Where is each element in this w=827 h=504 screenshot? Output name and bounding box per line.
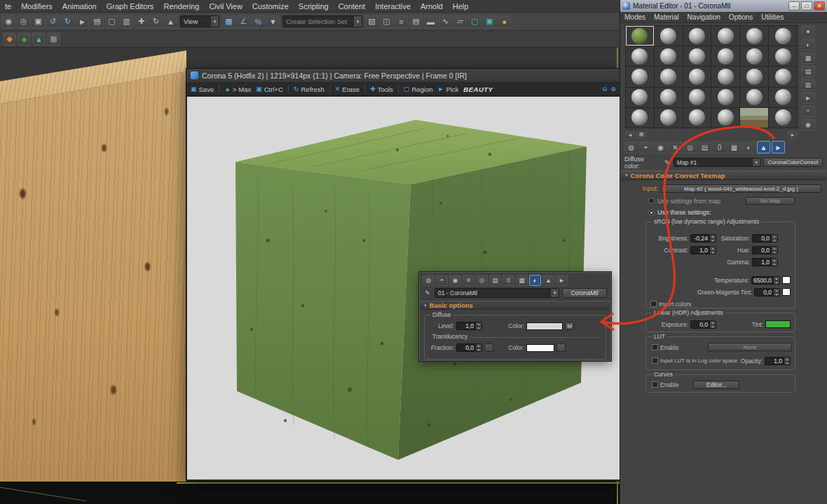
angle-snap-icon[interactable]: ∠	[237, 15, 250, 28]
go-to-parent-icon[interactable]: ▲	[542, 275, 554, 286]
sample-slot-27[interactable]	[683, 108, 711, 128]
window-crossing-icon[interactable]: ▥	[120, 15, 133, 28]
spinner-snap-icon[interactable]: ▼	[266, 15, 280, 28]
menu-material[interactable]: Material	[650, 12, 683, 22]
minimize-button[interactable]: –	[788, 1, 800, 11]
backlight-icon[interactable]: ◐	[801, 39, 815, 50]
grid-icon[interactable]: ▦	[47, 32, 60, 46]
civil-view-icon[interactable]: ▲	[32, 32, 46, 46]
sample-type-sphere-icon[interactable]: ●	[801, 25, 815, 37]
foliage-icon[interactable]: ♣	[18, 32, 31, 46]
sample-slot-25[interactable]	[626, 108, 654, 128]
percent-snap-icon[interactable]: %	[252, 15, 265, 28]
menu-te[interactable]: te	[0, 0, 16, 12]
background-checker-icon[interactable]: ▦	[801, 52, 815, 64]
show-end-result-icon[interactable]: ◐	[529, 275, 541, 286]
mirror-icon[interactable]: ◫	[380, 15, 393, 28]
make-material-copy-icon[interactable]: ◎	[476, 275, 488, 286]
sample-slot-15[interactable]	[683, 67, 711, 86]
translucency-map-button[interactable]	[556, 343, 566, 352]
put-to-library-icon[interactable]: ▤	[489, 275, 501, 286]
invert-colors-checkbox[interactable]	[650, 301, 657, 307]
eyedropper-icon[interactable]: ✎	[663, 159, 671, 166]
diffuse-color-swatch[interactable]	[526, 322, 563, 330]
curves-enable-checkbox[interactable]	[652, 381, 658, 388]
get-material-icon[interactable]: ◍	[423, 275, 435, 286]
menu-scripting[interactable]: Scripting	[294, 0, 334, 12]
sample-slot-1[interactable]	[626, 26, 654, 46]
green-magenta-swatch[interactable]	[782, 288, 791, 296]
sample-slot-7[interactable]	[626, 46, 654, 66]
make-material-copy-icon[interactable]: ◎	[683, 141, 697, 154]
menu-utilities[interactable]: Utilities	[757, 12, 788, 22]
curve-editor-icon[interactable]: ∿	[439, 15, 452, 28]
material-id-channel-icon[interactable]: 0	[713, 141, 726, 154]
green-magenta-spinner[interactable]: 0,0▴▾	[754, 288, 780, 297]
menu-civil-view[interactable]: Civil View	[204, 0, 247, 12]
rectangular-selection-region-icon[interactable]: ▢	[105, 15, 118, 28]
select-by-material-icon[interactable]: ◉	[801, 118, 815, 130]
menu-graph-editors[interactable]: Graph Editors	[102, 0, 159, 12]
material-name-combo[interactable]: 01 - CoronaMtl ▾	[435, 288, 559, 298]
hue-spinner[interactable]: 0,0▴▾	[752, 246, 778, 254]
get-material-icon[interactable]: ◍	[624, 141, 638, 154]
sample-slot-26[interactable]	[655, 108, 683, 128]
rollout-corona-color-correct[interactable]: ▾ Corona Color Correct Texmap	[621, 170, 826, 180]
no-map-button[interactable]: No Map	[746, 197, 795, 205]
vfb-pick-button[interactable]: ►Pick	[437, 86, 458, 93]
vfb-tools-button[interactable]: ✚Tools	[370, 86, 393, 93]
menu-rendering[interactable]: Rendering	[159, 0, 205, 12]
sample-slot-17[interactable]	[740, 67, 768, 86]
sample-slot-4[interactable]	[711, 26, 739, 46]
sample-slot-10[interactable]	[711, 46, 739, 66]
brightness-spinner[interactable]: -0,24▴▾	[690, 234, 716, 243]
sample-slot-12[interactable]	[769, 46, 797, 66]
material-editor-options-icon[interactable]: *	[801, 105, 815, 117]
menu-modifiers[interactable]: Modifiers	[16, 0, 57, 12]
vfb-erase-button[interactable]: ✕Erase	[335, 86, 360, 93]
select-object-icon[interactable]: ►	[76, 15, 89, 28]
toggle-ribbon-icon[interactable]: ▬	[424, 15, 437, 28]
exposure-spinner[interactable]: 0,0▴▾	[690, 320, 716, 329]
diffuse-map-button[interactable]: M	[565, 322, 574, 330]
translucency-color-swatch[interactable]	[526, 344, 554, 352]
layer-explorer-icon[interactable]: ▤	[409, 15, 423, 28]
put-material-to-scene-icon[interactable]: ◓	[436, 275, 448, 286]
diffuse-map-combo[interactable]: Map #1 ▾	[674, 158, 761, 167]
close-button[interactable]: ✕	[814, 1, 825, 11]
rename-material-icon[interactable]: ✎	[423, 290, 432, 297]
unlink-selection-icon[interactable]: ◎	[17, 15, 30, 28]
render-production-icon[interactable]: ●	[498, 15, 511, 28]
fraction-map-button[interactable]	[484, 343, 493, 352]
saturation-spinner[interactable]: 0,0▴▾	[752, 234, 778, 243]
menu-animation[interactable]: Animation	[57, 0, 102, 12]
temperature-spinner[interactable]: 6500,0▴▾	[751, 276, 780, 285]
go-to-parent-icon[interactable]: ▲	[757, 141, 770, 154]
lut-enable-checkbox[interactable]	[652, 344, 658, 350]
sample-slot-22[interactable]	[711, 88, 739, 107]
slot-scroll-right-icon[interactable]: ►	[788, 131, 798, 139]
select-and-link-icon[interactable]: ◉	[2, 15, 15, 28]
reset-map-icon[interactable]: ✕	[669, 141, 682, 154]
sample-slot-11[interactable]	[740, 46, 768, 66]
vfb-beauty-button[interactable]: BEAUTY	[463, 86, 493, 93]
go-forward-to-sibling-icon[interactable]: ►	[556, 275, 568, 286]
sample-slot-5[interactable]	[740, 26, 768, 46]
material-type-button[interactable]: CoronaMtl	[562, 288, 607, 298]
rendered-frame-window-icon[interactable]: ▣	[483, 15, 496, 28]
sample-slot-24[interactable]	[769, 88, 797, 107]
reference-coordinate-combo[interactable]: View ▾	[180, 15, 219, 27]
vfb-zoom-in-button[interactable]: ⊕	[610, 86, 616, 93]
sample-slot-18[interactable]	[769, 67, 797, 86]
go-forward-to-sibling-icon[interactable]: ►	[772, 141, 785, 154]
selection-set-field[interactable]: Create Selection Set ▾	[282, 15, 362, 27]
state-sets-icon[interactable]: ◆	[3, 32, 16, 46]
vfb-send-to-max-button[interactable]: ▲> Max	[224, 86, 251, 93]
edit-named-selections-icon[interactable]: ▧	[365, 15, 378, 28]
menu-modes[interactable]: Modes	[620, 12, 650, 22]
material-id-channel-icon[interactable]: 0	[503, 275, 514, 286]
menu-arnold[interactable]: Arnold	[416, 0, 448, 12]
sample-slot-14[interactable]	[655, 67, 683, 86]
slot-drag-icon[interactable]: ▤	[636, 131, 646, 139]
temperature-swatch[interactable]	[782, 276, 791, 284]
